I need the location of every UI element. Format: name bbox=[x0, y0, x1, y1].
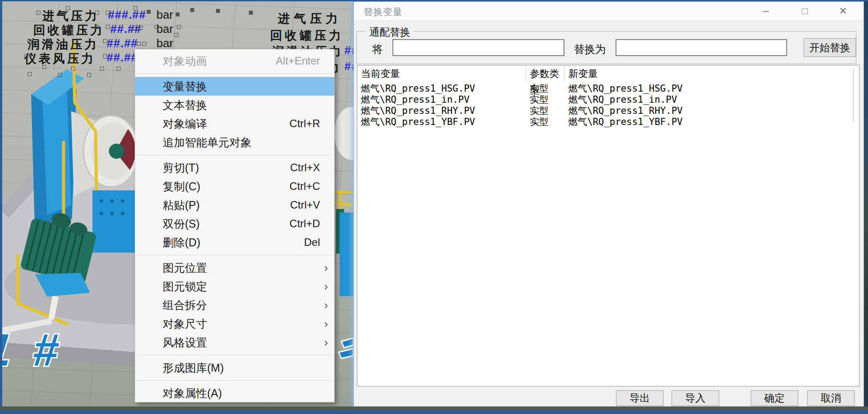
variable-table[interactable]: 当前变量 参数类型 新变量 燃气\RQ_press1_HSG.PV 实型 燃气\… bbox=[357, 65, 860, 386]
pressure-label[interactable]: 进气压力 bbox=[42, 8, 99, 24]
selection-handle[interactable] bbox=[177, 25, 181, 29]
pressure-label[interactable]: 仪表风压力 bbox=[24, 51, 96, 67]
selection-handle[interactable] bbox=[139, 26, 143, 30]
current-variable-cell: 燃气\RQ_press1_in.PV bbox=[361, 94, 469, 105]
menu-item-element-position[interactable]: 图元位置 › bbox=[135, 258, 334, 277]
current-variable-cell: 燃气\RQ_press1_HSG.PV bbox=[361, 83, 475, 94]
start-replace-button[interactable]: 开始替换 bbox=[804, 38, 856, 57]
selection-handle[interactable] bbox=[42, 65, 46, 69]
column-header-current-variable[interactable]: 当前变量 bbox=[361, 65, 526, 82]
selection-handle[interactable] bbox=[100, 67, 104, 71]
maximize-icon[interactable]: □ bbox=[791, 2, 819, 20]
selection-handle[interactable] bbox=[190, 8, 194, 12]
table-row[interactable]: 燃气\RQ_press1_YBF.PV 实型 燃气\RQ_press1_YBF.… bbox=[357, 117, 859, 128]
pressure-value[interactable]: ##.## bbox=[344, 60, 353, 73]
import-button[interactable]: 导入 bbox=[672, 390, 719, 406]
selection-handle[interactable] bbox=[133, 26, 137, 30]
ok-button[interactable]: 确定 bbox=[751, 390, 798, 406]
selection-handle[interactable] bbox=[58, 73, 62, 77]
compressor-unit[interactable] bbox=[92, 190, 137, 253]
selection-handle[interactable] bbox=[103, 54, 107, 58]
table-row[interactable]: 燃气\RQ_press1_RHY.PV 实型 燃气\RQ_press1_RHY.… bbox=[357, 105, 859, 117]
selection-handle[interactable] bbox=[176, 12, 180, 16]
selection-handle[interactable] bbox=[36, 25, 40, 29]
parameter-type-cell: 实型 bbox=[530, 94, 548, 105]
menu-separator bbox=[136, 355, 333, 355]
menu-item-element-lock[interactable]: 图元锁定 › bbox=[135, 277, 334, 296]
selection-handle[interactable] bbox=[216, 9, 220, 13]
menu-item-object-compile[interactable]: 对象编译 Ctrl+R bbox=[135, 114, 334, 133]
to-label: 替换为 bbox=[574, 42, 606, 56]
selection-handle[interactable] bbox=[71, 67, 75, 71]
menu-separator bbox=[136, 73, 333, 74]
current-variable-cell: 燃气\RQ_press1_YBF.PV bbox=[361, 117, 475, 128]
selection-handle[interactable] bbox=[66, 6, 70, 10]
pressure-value[interactable]: ###.## bbox=[108, 8, 146, 22]
selection-handle[interactable] bbox=[36, 11, 40, 15]
submenu-arrow-icon: › bbox=[324, 262, 328, 273]
menu-item-cut[interactable]: 剪切(T) Ctrl+X bbox=[135, 158, 334, 177]
replace-variable-dialog: 替换变量 ─ □ ✕ 通配替换 将 替换为 开始替换 当前变量 参数类型 新变量… bbox=[353, 1, 864, 408]
pressure-unit: bar bbox=[156, 8, 173, 22]
menu-item-style-settings[interactable]: 风格设置 › bbox=[135, 333, 334, 352]
menu-item-append-smart-unit-object[interactable]: 追加智能单元对象 bbox=[135, 133, 334, 152]
selection-handle[interactable] bbox=[137, 42, 141, 46]
selection-handle[interactable] bbox=[116, 67, 120, 71]
menu-item-object-properties[interactable]: 对象属性(A) bbox=[135, 384, 334, 402]
column-header-new-variable[interactable]: 新变量 bbox=[565, 65, 698, 82]
dialog-titlebar[interactable]: 替换变量 ─ □ ✕ bbox=[354, 2, 864, 20]
selection-handle[interactable] bbox=[168, 42, 172, 46]
new-variable-cell: 燃气\RQ_press1_YBF.PV bbox=[568, 117, 683, 128]
selection-handle[interactable] bbox=[28, 39, 32, 43]
to-input[interactable] bbox=[616, 39, 787, 56]
pressure-label[interactable]: 进气压力 bbox=[278, 11, 342, 27]
menu-item-duplicate[interactable]: 双份(S) Ctrl+D bbox=[135, 214, 334, 233]
table-row[interactable]: 燃气\RQ_press1_HSG.PV 实型 燃气\RQ_press1_HSG.… bbox=[357, 83, 859, 94]
menu-item-group-ungroup[interactable]: 组合拆分 › bbox=[135, 296, 334, 314]
selection-handle[interactable] bbox=[142, 42, 146, 46]
menu-item-text-replace[interactable]: 文本替换 bbox=[135, 96, 334, 114]
export-button[interactable]: 导出 bbox=[616, 390, 664, 406]
window-frame-top bbox=[0, 0, 868, 1]
pressure-label[interactable]: 润滑油压力 bbox=[28, 36, 99, 52]
selection-handle[interactable] bbox=[28, 72, 32, 76]
pressure-value[interactable]: ##.## bbox=[344, 44, 353, 57]
menu-item-copy[interactable]: 复制(C) Ctrl+C bbox=[135, 177, 334, 196]
table-row[interactable]: 燃气\RQ_press1_in.PV 实型 燃气\RQ_press1_in.PV bbox=[357, 94, 859, 105]
cancel-button[interactable]: 取消 bbox=[807, 390, 855, 406]
selection-handle[interactable] bbox=[103, 39, 107, 43]
selection-handle[interactable] bbox=[106, 11, 110, 15]
menu-item-variable-replace[interactable]: 变量替换 bbox=[135, 77, 334, 96]
menu-item-object-animation[interactable]: 对象动画 Alt+Enter bbox=[135, 52, 334, 70]
parameter-type-cell: 实型 bbox=[530, 83, 548, 94]
menu-item-paste[interactable]: 粘贴(P) Ctrl+V bbox=[135, 196, 334, 214]
menu-item-object-size[interactable]: 对象尺寸 › bbox=[135, 314, 334, 333]
selection-handle[interactable] bbox=[133, 6, 137, 10]
wildcard-replace-group: 通配替换 将 替换为 开始替换 bbox=[356, 31, 856, 64]
selection-handle[interactable] bbox=[174, 33, 178, 37]
desktop-background-strip bbox=[864, 0, 868, 414]
selection-handle[interactable] bbox=[95, 25, 99, 29]
selection-handle[interactable] bbox=[95, 11, 99, 15]
selection-handle[interactable] bbox=[249, 11, 253, 15]
menu-item-delete[interactable]: 删除(D) Del bbox=[135, 233, 334, 252]
selection-handle[interactable] bbox=[24, 54, 28, 58]
column-header-parameter-type[interactable]: 参数类型 bbox=[527, 65, 564, 82]
selection-handle[interactable] bbox=[106, 25, 110, 29]
window-frame-left bbox=[0, 0, 2, 414]
current-variable-cell: 燃气\RQ_press1_RHY.PV bbox=[361, 105, 475, 117]
minimize-icon[interactable]: ─ bbox=[752, 2, 780, 20]
pressure-value[interactable]: ##.## bbox=[107, 36, 138, 50]
unit-number-label[interactable]: 1 # bbox=[0, 324, 65, 375]
menu-item-create-library[interactable]: 形成图库(M) bbox=[135, 358, 334, 377]
pressure-label[interactable]: 回收罐压力 bbox=[270, 28, 344, 44]
selection-handle[interactable] bbox=[147, 10, 151, 14]
pressure-value[interactable]: ##.## bbox=[107, 51, 138, 64]
pressure-label[interactable]: 回收罐压力 bbox=[33, 22, 104, 38]
selection-handle[interactable] bbox=[155, 25, 159, 29]
selection-handle[interactable] bbox=[87, 73, 91, 77]
from-input[interactable] bbox=[392, 39, 564, 56]
close-icon[interactable]: ✕ bbox=[829, 2, 857, 20]
pressure-unit: bar bbox=[156, 22, 173, 36]
menu-separator bbox=[136, 255, 333, 255]
